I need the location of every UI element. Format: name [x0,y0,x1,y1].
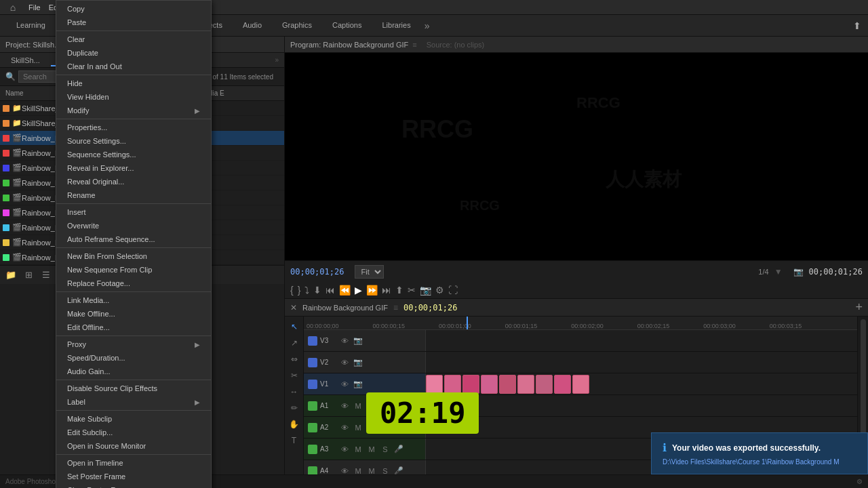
context-menu-item[interactable]: Copy [56,2,211,16]
context-menu-item[interactable]: Edit Offline... [56,321,211,334]
step-forward-button[interactable]: ⏩ [366,285,378,296]
context-menu-item[interactable]: Reveal in Explorer... [56,161,211,175]
tab-audio[interactable]: Audio [233,18,271,33]
context-menu-item[interactable]: Properties... [56,121,211,134]
track-solo-btn[interactable]: S [380,444,391,455]
context-menu-item[interactable]: Disable Source Clip Effects [56,382,211,395]
context-menu-item[interactable]: Clear In and Out [56,60,211,73]
settings-button[interactable]: ⚙ [435,285,444,296]
context-menu-item[interactable]: Make Subclip [56,412,211,426]
video-clip[interactable] [499,375,516,394]
track-lock-button[interactable] [308,423,317,432]
context-menu-item[interactable]: Make Offline... [56,307,211,321]
slip-tool[interactable]: ↔ [287,384,302,399]
add-track-button[interactable]: + [855,300,863,314]
selection-tool[interactable]: ↖ [287,319,302,334]
pen-tool[interactable]: ✏ [287,401,302,415]
tab-captions[interactable]: Captions [323,18,371,33]
home-button[interactable]: ⌂ [5,0,20,15]
icon-view-button[interactable]: ⊞ [22,268,35,282]
share-icon[interactable]: ⬆ [853,20,861,31]
context-menu-item[interactable]: New Sequence From Clip [56,263,211,277]
play-button[interactable]: ▶ [355,285,362,296]
context-menu-item[interactable]: Duplicate [56,46,211,60]
context-menu-item[interactable]: Link Media... [56,293,211,307]
context-menu-item[interactable]: Speed/Duration... [56,351,211,365]
track-mic-button[interactable]: 🎤 [393,444,404,455]
video-clip[interactable] [517,375,534,394]
track-visibility-button[interactable]: 👁 [339,357,350,368]
overwrite-button[interactable]: ⬇ [313,285,321,296]
context-menu-item[interactable]: Modify▶ [56,104,211,117]
go-to-out-button[interactable]: ⏭ [382,285,391,296]
track-lock-button[interactable] [308,401,317,411]
fit-select[interactable]: Fit [355,265,384,279]
context-menu-item[interactable]: Auto Reframe Sequence... [56,232,211,246]
track-select-tool[interactable]: ↗ [287,336,302,350]
track-content-v3[interactable] [426,330,857,351]
insert-button[interactable]: ⤵ [304,285,309,296]
context-menu-item[interactable]: Replace Footage... [56,277,211,290]
track-mute-btn[interactable]: M [366,444,377,455]
track-camera-button[interactable]: 📷 [353,379,363,390]
track-visibility-button[interactable]: 👁 [339,422,350,433]
mark-in-button[interactable]: { [290,285,294,296]
context-menu-item[interactable]: Overwrite [56,219,211,232]
context-menu-item[interactable]: Proxy▶ [56,338,211,351]
mark-out-button[interactable]: } [298,285,301,296]
close-timeline-icon[interactable]: ✕ [290,303,297,312]
video-clip[interactable] [481,375,498,394]
track-visibility-button[interactable]: 👁 [339,444,350,455]
context-menu-item[interactable]: View Hidden [56,90,211,104]
menu-file[interactable]: File [28,3,41,12]
track-lock-button[interactable] [308,358,317,367]
video-clip[interactable] [554,375,571,394]
fullscreen-button[interactable]: ⛶ [448,285,458,296]
context-menu-item[interactable]: Set Poster Frame [56,470,211,483]
ripple-tool[interactable]: ⇔ [287,352,302,367]
track-visibility-button[interactable]: 👁 [339,336,350,346]
type-tool[interactable]: T [287,433,302,448]
track-lock-button[interactable] [308,445,317,454]
context-menu-item[interactable]: Clear Poster Frame [56,483,211,488]
context-menu-item[interactable]: Clear [56,33,211,46]
context-menu-item[interactable]: Audio Gain... [56,365,211,378]
track-visibility-button[interactable]: 👁 [339,379,350,390]
panel-chevron-icon[interactable]: » [275,56,279,64]
go-to-in-button[interactable]: ⏮ [326,285,335,296]
context-menu-item[interactable]: Rename [56,188,211,202]
hand-tool[interactable]: ✋ [287,417,302,432]
context-menu-item[interactable]: Open in Timeline [56,456,211,470]
tab-graphics[interactable]: Graphics [273,18,321,33]
extract-button[interactable]: ✂ [408,285,416,296]
context-menu-item[interactable]: Insert [56,205,211,219]
step-back-button[interactable]: ⏪ [339,285,351,296]
tab-skillshare[interactable]: SkillSh... [5,55,45,66]
track-visibility-button[interactable]: 👁 [339,401,350,411]
context-menu-item[interactable]: Hide [56,77,211,90]
track-mute-button[interactable]: M [353,444,363,455]
context-menu-item[interactable]: New Bin From Selection [56,249,211,263]
context-menu-item[interactable]: Open in Source Monitor [56,439,211,453]
context-menu-item[interactable]: Source Settings... [56,134,211,148]
export-frame-button[interactable]: 📷 [420,285,431,296]
video-clip[interactable] [536,375,553,394]
track-content-v2[interactable] [426,352,857,373]
list-view-button[interactable]: ☰ [39,268,53,282]
context-menu-item[interactable]: Reveal Original... [56,175,211,188]
tab-learning[interactable]: Learning [7,18,55,33]
tab-libraries[interactable]: Libraries [372,18,420,33]
track-lock-button[interactable] [308,380,317,389]
context-menu-item[interactable]: Edit Subclip... [56,426,211,439]
track-camera-button[interactable]: 📷 [353,336,363,346]
track-content-a1[interactable] [426,395,857,416]
track-lock-button[interactable] [308,336,317,346]
track-camera-button[interactable]: 📷 [353,357,363,368]
track-content-v1[interactable] [426,373,857,394]
track-mute-button[interactable]: M [353,422,363,433]
context-menu-item[interactable]: Label▶ [56,395,211,409]
playhead[interactable] [467,317,468,329]
video-clip[interactable] [444,375,461,394]
context-menu-item[interactable]: Sequence Settings... [56,148,211,161]
video-clip[interactable] [426,375,443,394]
